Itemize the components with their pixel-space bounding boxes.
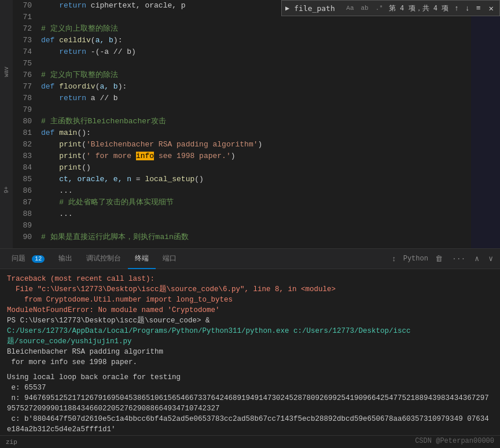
- line-num-85: 85: [13, 174, 39, 185]
- tab-problems[interactable]: 问题 12: [5, 249, 52, 269]
- line-num-74: 74: [13, 46, 39, 58]
- terminal-line-2: File "c:\Users\12773\Desktop\iscc题\sourc…: [7, 284, 493, 295]
- panel-down-btn[interactable]: ∨: [486, 253, 495, 265]
- line-num-75: 75: [13, 58, 39, 69]
- code-line-79: 79: [13, 104, 471, 116]
- line-num-88: 88: [13, 208, 39, 220]
- line-content-78: return a // b: [39, 93, 471, 104]
- terminal-line-5: PS C:\Users\12773\Desktop\iscc题\source_c…: [7, 315, 493, 347]
- search-count: 第 4 项，共 4 项: [389, 3, 448, 13]
- line-content-73: def ceildiv(a, b):: [39, 35, 471, 46]
- code-line-76: 76 # 定义向下取整的除法: [13, 69, 471, 81]
- code-line-87: 87 # 此处省略了攻击的具体实现细节: [13, 197, 471, 208]
- line-content-83: print(' for more info see 1998 paper.'): [39, 150, 471, 162]
- tab-terminal[interactable]: 终端: [128, 249, 156, 269]
- regex-btn[interactable]: .*: [373, 3, 385, 13]
- code-line-85: 85 ct, oracle, e, n = local_setup(): [13, 174, 471, 185]
- line-content-75: [39, 58, 471, 69]
- delete-terminal-btn[interactable]: 🗑: [433, 254, 445, 265]
- line-content-80: # 主函数执行Bleichenbacher攻击: [39, 116, 471, 127]
- minimap[interactable]: [471, 0, 500, 249]
- line-num-87: 87: [13, 197, 39, 208]
- line-num-82: 82: [13, 139, 39, 150]
- line-num-83: 83: [13, 150, 39, 162]
- terminal-line-4: ModuleNotFoundError: No module named 'Cr…: [7, 305, 493, 315]
- tab-output[interactable]: 输出: [52, 249, 79, 269]
- left-sidebar: wav 9+: [0, 0, 13, 248]
- case-sensitive-btn[interactable]: Aa: [344, 3, 356, 13]
- line-num-78: 78: [13, 93, 39, 104]
- tab-problems-label: 问题: [12, 255, 25, 263]
- line-num-86: 86: [13, 185, 39, 197]
- search-bar[interactable]: ▶ Aa ab .* 第 4 项，共 4 项 ↑ ↓ ≡ ✕: [281, 0, 500, 16]
- search-input[interactable]: [294, 4, 340, 13]
- tab-debug-label: 调试控制台: [86, 255, 121, 263]
- line-content-86: ...: [39, 185, 471, 197]
- line-num-79: 79: [13, 104, 39, 116]
- line-num-71: 71: [13, 12, 39, 23]
- line-content-89: [39, 220, 471, 232]
- code-line-88: 88 ...: [13, 208, 471, 220]
- tab-ports-label: 端口: [163, 255, 177, 263]
- search-prev-btn[interactable]: ↑: [452, 3, 461, 13]
- search-options: Aa ab .*: [344, 3, 385, 13]
- code-line-90: 90 # 如果是直接运行此脚本，则执行main函数: [13, 232, 471, 243]
- line-num-76: 76: [13, 69, 39, 81]
- code-line-83: 83 print(' for more info see 1998 paper.…: [13, 150, 471, 162]
- code-line-81: 81 def main():: [13, 127, 471, 139]
- panel-area: 问题 12 输出 调试控制台 终端 端口 ↕ Python 🗑 ··· ∧ ∨ …: [0, 249, 500, 448]
- line-num-72: 72: [13, 23, 39, 35]
- tab-problems-badge: 12: [32, 255, 45, 263]
- code-lines: 70 return ciphertext, oracle, p 71 72 # …: [0, 0, 500, 243]
- line-content-81: def main():: [39, 127, 471, 139]
- code-line-73: 73 def ceildiv(a, b):: [13, 35, 471, 46]
- code-line-89: 89: [13, 220, 471, 232]
- line-content-74: return -(-a // b): [39, 46, 471, 58]
- line-content-85: ct, oracle, e, n = local_setup(): [39, 174, 471, 185]
- panel-toolbar: ↕ Python 🗑 ··· ∧ ∨: [389, 253, 495, 265]
- sidebar-label-zip: zip: [6, 439, 17, 446]
- terminal-line-12: c: b'8804647f507d2610e5c1a4bbcc6bf4a52ad…: [7, 414, 493, 435]
- terminal-line-7: for more info see 1998 paper.: [7, 357, 493, 368]
- search-close-btn[interactable]: ✕: [487, 3, 496, 14]
- code-line-84: 84 print(): [13, 162, 471, 174]
- line-num-73: 73: [13, 35, 39, 46]
- sidebar-label-wav: wav: [3, 67, 10, 77]
- line-num-70: 70: [13, 0, 39, 12]
- code-line-72: 72 # 定义向上取整的除法: [13, 23, 471, 35]
- tab-debug-console[interactable]: 调试控制台: [79, 249, 128, 269]
- line-num-81: 81: [13, 127, 39, 139]
- line-content-88: ...: [39, 208, 471, 220]
- editor-area: ▶ Aa ab .* 第 4 项，共 4 项 ↑ ↓ ≡ ✕ wav 9+ 70…: [0, 0, 500, 249]
- code-line-74: 74 return -(-a // b): [13, 46, 471, 58]
- more-actions-btn[interactable]: ···: [450, 254, 468, 265]
- lang-label: Python: [403, 255, 428, 263]
- line-content-84: print(): [39, 162, 471, 174]
- line-content-79: [39, 104, 471, 116]
- tab-terminal-label: 终端: [135, 255, 149, 263]
- whole-word-btn[interactable]: ab: [359, 3, 371, 13]
- panel-up-btn[interactable]: ∧: [472, 253, 481, 265]
- csdn-watermark: CSDN @Peterpan00000: [415, 437, 494, 445]
- search-list-btn[interactable]: ≡: [474, 3, 483, 13]
- line-num-89: 89: [13, 220, 39, 232]
- code-line-77: 77 def floordiv(a, b):: [13, 81, 471, 93]
- search-next-btn[interactable]: ↓: [463, 3, 472, 13]
- search-arrow-icon: ▶: [285, 4, 289, 13]
- terminal-content[interactable]: Traceback (most recent call last): File …: [0, 269, 500, 446]
- line-num-84: 84: [13, 162, 39, 174]
- line-content-87: # 此处省略了攻击的具体实现细节: [39, 197, 471, 208]
- code-line-78: 78 return a // b: [13, 93, 471, 104]
- terminal-line-11: n: 9467695125217126791695045386510615654…: [7, 393, 493, 414]
- line-content-72: # 定义向上取整的除法: [39, 23, 471, 35]
- tab-ports[interactable]: 端口: [156, 249, 183, 269]
- line-content-77: def floordiv(a, b):: [39, 81, 471, 93]
- terminal-line-9: Using local loop back oracle for testing: [7, 372, 493, 383]
- terminal-line-1: Traceback (most recent call last):: [7, 274, 493, 284]
- search-nav: ↑ ↓ ≡: [452, 3, 483, 13]
- line-num-80: 80: [13, 116, 39, 127]
- code-line-82: 82 print('Bleichenbacher RSA padding alg…: [13, 139, 471, 150]
- split-terminal-btn[interactable]: ↕: [389, 254, 399, 265]
- terminal-line-10: e: 65537: [7, 383, 493, 393]
- code-line-86: 86 ...: [13, 185, 471, 197]
